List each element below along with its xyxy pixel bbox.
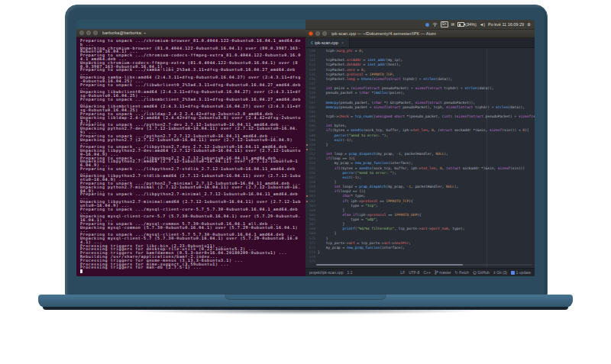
package-update-icon bbox=[511, 271, 515, 275]
keyboard-layout-indicator[interactable]: En bbox=[441, 21, 448, 27]
status-github[interactable]: GitHub bbox=[473, 270, 490, 275]
terminal-cursor bbox=[80, 269, 82, 273]
system-panel: En ✉ (34%) ◄) Po kvě 11 16:09:29 ⚙ bbox=[306, 20, 535, 30]
horizontal-scrollbar[interactable] bbox=[316, 264, 532, 266]
status-bar: projekt/ipk-scan.cpp 1:1 LF UTF-8 C++ bbox=[306, 268, 535, 276]
terminal-minimize-button[interactable] bbox=[86, 31, 91, 35]
editor-window-title: ipk-scan.cpp — ~/Dokumenty/4.semester/IP… bbox=[331, 30, 436, 37]
code-text: tcph->check = tcp_csum((unsigned short *… bbox=[318, 114, 535, 119]
status-git-branch[interactable]: master bbox=[435, 270, 451, 275]
tab-bar: C ipk-scan.cpp × bbox=[306, 38, 535, 48]
status-language[interactable]: C++ bbox=[423, 270, 430, 275]
code-text: tcph->urg_ptr = 0; bbox=[318, 49, 364, 53]
desktop-right-half: En ✉ (34%) ◄) Po kvě 11 16:09:29 ⚙ bbox=[306, 20, 535, 276]
github-icon bbox=[473, 271, 477, 275]
wifi-icon[interactable] bbox=[432, 22, 438, 27]
code-text: printf("%d/%s filtered\n", tcp_ports->ac… bbox=[318, 227, 464, 231]
laptop-base-notch bbox=[225, 295, 386, 300]
status-encoding[interactable]: UTF-8 bbox=[409, 270, 419, 275]
code-text: pseudo_packet = (char *)malloc(psize); bbox=[318, 91, 405, 95]
fetch-icon: ↻ bbox=[455, 270, 458, 275]
status-updates[interactable]: 1 update bbox=[511, 270, 531, 275]
code-text: memcpy(pseudo_packet + sizeof(struct pse… bbox=[318, 105, 525, 110]
tab-ipk-scan[interactable]: C ipk-scan.cpp × bbox=[306, 38, 350, 47]
tab-label: ipk-scan.cpp bbox=[315, 40, 338, 45]
volume-icon[interactable]: ◄) bbox=[480, 20, 485, 29]
status-cursor-position[interactable]: 1:1 bbox=[347, 270, 352, 275]
file-type-icon: C bbox=[311, 40, 313, 45]
code-line: 542 memcpy(pseudo_packet + sizeof(struct… bbox=[306, 105, 535, 110]
desktop-left-half: barborka@barborka: ~ Preparing to unpack… bbox=[76, 20, 306, 276]
scrollbar-thumb[interactable] bbox=[316, 264, 463, 266]
battery-indicator[interactable]: (34%) bbox=[457, 22, 477, 27]
gear-icon[interactable]: ⚙ bbox=[527, 20, 531, 29]
terminal-maximize-button[interactable] bbox=[93, 31, 98, 35]
editor-close-button[interactable] bbox=[309, 31, 313, 36]
status-fetch[interactable]: ↻ Fetch bbox=[455, 270, 469, 275]
terminal-line: Processing triggers for man-db (2.7.5-1)… bbox=[80, 266, 301, 269]
code-line: 544 tcph->check = tcp_csum((unsigned sho… bbox=[306, 114, 535, 119]
screen: barborka@barborka: ~ Preparing to unpack… bbox=[76, 20, 535, 276]
editor-maximize-button[interactable] bbox=[322, 31, 327, 36]
laptop-shadow bbox=[53, 307, 558, 319]
status-git-changes[interactable]: ± Git (3) bbox=[493, 270, 507, 275]
editor-window: ipk-scan.cpp — ~/Dokumenty/4.semester/IP… bbox=[306, 30, 535, 276]
diff-icon: ± bbox=[493, 270, 496, 275]
terminal-close-button[interactable] bbox=[79, 31, 84, 35]
battery-icon bbox=[457, 22, 464, 27]
mail-icon[interactable]: ✉ bbox=[451, 20, 455, 29]
status-line-ending[interactable]: LF bbox=[400, 270, 405, 275]
editor-minimize-button[interactable] bbox=[315, 31, 320, 36]
wrap-guide bbox=[487, 48, 487, 268]
laptop-lid: barborka@barborka: ~ Preparing to unpack… bbox=[65, 5, 548, 298]
battery-percentage: (34%) bbox=[465, 22, 477, 27]
tab-close-icon[interactable]: × bbox=[341, 40, 344, 45]
branch-icon bbox=[435, 270, 438, 275]
laptop-mockup: barborka@barborka: ~ Preparing to unpack… bbox=[0, 0, 611, 364]
status-file-path[interactable]: projekt/ipk-scan.cpp bbox=[309, 270, 343, 275]
code-area: 530 tcph->urg_ptr = 0;531 532 tcpPacket.… bbox=[306, 48, 535, 264]
clock[interactable]: Po kvě 11 16:09:29 bbox=[488, 22, 524, 27]
terminal-window: barborka@barborka: ~ Preparing to unpack… bbox=[76, 29, 306, 276]
laptop-base bbox=[38, 295, 573, 308]
code-text: my_pcap = new_pcap_funcion(interface); bbox=[318, 246, 405, 250]
desktop-wallpaper bbox=[76, 20, 306, 29]
code-editor[interactable]: 530 tcph->urg_ptr = 0;531 532 tcpPacket.… bbox=[306, 48, 535, 268]
bluetooth-icon[interactable] bbox=[425, 23, 429, 27]
terminal-output[interactable]: Preparing to unpack .../chromium-browser… bbox=[76, 37, 306, 276]
terminal-title: barborka@barborka: ~ bbox=[102, 29, 146, 37]
code-text: tcpPacket.leng = htons(sizeof(struct tcp… bbox=[318, 77, 452, 82]
terminal-titlebar[interactable]: barborka@barborka: ~ bbox=[76, 29, 306, 37]
editor-titlebar[interactable]: ipk-scan.cpp — ~/Dokumenty/4.semester/IP… bbox=[306, 30, 535, 38]
